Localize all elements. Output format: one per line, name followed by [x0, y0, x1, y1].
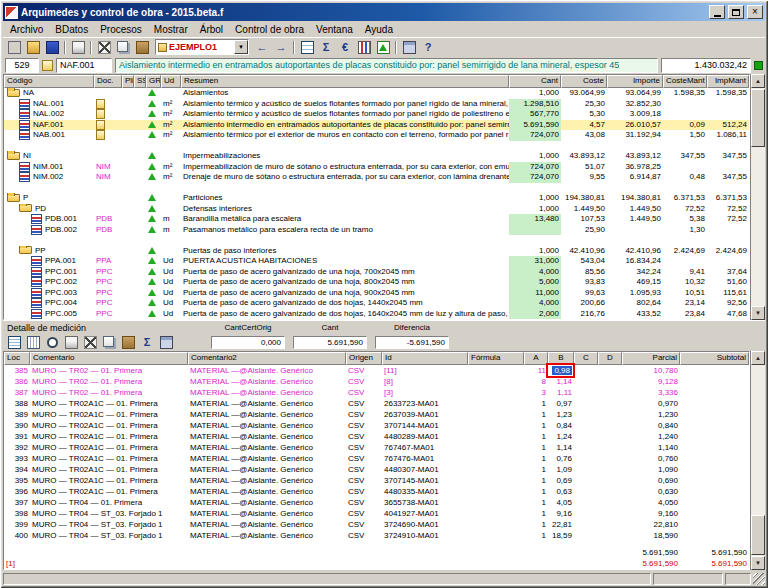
cell-ud[interactable]: Ud [161, 298, 181, 309]
cell-pli[interactable] [122, 277, 134, 288]
cell-doc[interactable]: PPC [94, 298, 122, 309]
cell-coste[interactable]: 42.410,96 [561, 246, 607, 257]
cell-resumen[interactable]: Puertas de paso interiores [181, 246, 509, 257]
cell-parcial[interactable]: 1,240 [622, 431, 680, 442]
cell-impmant[interactable]: 92,56 [707, 298, 749, 309]
cell-formula[interactable] [468, 464, 524, 475]
cell-gr[interactable] [146, 277, 161, 288]
cell-loc[interactable]: 387 [4, 387, 30, 398]
cell-b[interactable]: 0,98 [548, 365, 574, 376]
cell-parcial[interactable]: 9,160 [622, 508, 680, 519]
cell-formula[interactable] [468, 530, 524, 541]
cell-b[interactable]: 1,09 [548, 464, 574, 475]
cell-ss[interactable] [134, 214, 146, 225]
cell-doc[interactable]: PPA [94, 256, 122, 267]
cell-comentario[interactable]: MURO — TR02 — 01. Primera [30, 365, 188, 376]
measure-row[interactable]: 398MURO — TR04 — ST_03. Forjado 1MATERIA… [4, 508, 749, 519]
cell-origen[interactable]: CSV [346, 376, 382, 387]
cell-gr[interactable] [146, 225, 161, 236]
cell-id[interactable]: 3707144-MA01 [382, 420, 468, 431]
cell-coste[interactable]: 194.380,81 [561, 193, 607, 204]
scrollbar-thumb[interactable] [751, 89, 765, 147]
measure-row[interactable]: 390MURO — TR02A1C — 01. PrimeraMATERIAL … [4, 420, 749, 431]
minimize-button[interactable] [709, 5, 725, 19]
cell-formula[interactable] [468, 497, 524, 508]
column-header-impmant[interactable]: ImpMant [707, 75, 749, 88]
cell-formula[interactable] [468, 442, 524, 453]
cell-resumen[interactable]: Puerta de paso de acero galvanizado de u… [181, 288, 509, 299]
cell-c[interactable] [574, 508, 598, 519]
scroll-down-icon[interactable]: ▼ [751, 556, 765, 570]
cell-gr[interactable] [146, 256, 161, 267]
cell-gr[interactable] [146, 214, 161, 225]
cell-codigo[interactable]: NAL.001 [4, 99, 94, 110]
cell-resumen[interactable]: Drenaje de muro de sótano o estructura e… [181, 172, 509, 183]
budget-row[interactable]: PDB.001PDBmBarandilla metálica para esca… [4, 214, 749, 225]
maximize-button[interactable] [728, 5, 744, 19]
cell-loc[interactable]: 398 [4, 508, 30, 519]
cell-codigo[interactable]: PD [4, 204, 94, 215]
cell-ss[interactable] [134, 172, 146, 183]
cell-gr[interactable] [146, 99, 161, 110]
cell-origen[interactable]: CSV [346, 464, 382, 475]
chevron-down-icon[interactable]: ▼ [234, 40, 248, 54]
cell-c[interactable] [574, 519, 598, 530]
cell-subtotal[interactable] [680, 365, 749, 376]
cell-comentario[interactable]: MURO — TR04 — ST_03. Forjado 1 [30, 519, 188, 530]
cell-coste[interactable]: 93,83 [561, 277, 607, 288]
cell-codigo[interactable]: PPC.005 [4, 309, 94, 320]
cell-comentario[interactable]: MURO — TR02A1C — 01. Primera [30, 486, 188, 497]
cell-loc[interactable]: 389 [4, 409, 30, 420]
cell-comentario2[interactable]: MATERIAL —@Aislante. Genérico [188, 409, 346, 420]
measure-row[interactable]: 396MURO — TR02A1C — 01. PrimeraMATERIAL … [4, 486, 749, 497]
cell-subtotal[interactable] [680, 376, 749, 387]
budget-row[interactable]: PPA.001PPAUdPUERTA ACUSTICA HABITACIONES… [4, 256, 749, 267]
cell-ud[interactable]: m² [161, 120, 181, 131]
cell-d[interactable] [598, 486, 622, 497]
cell-pli[interactable] [122, 225, 134, 236]
cell-b[interactable]: 0,63 [548, 486, 574, 497]
budget-row[interactable]: PPC.003PPCUdPuerta de paso de acero galv… [4, 288, 749, 299]
measure-row[interactable]: 388MURO — TR02A1C — 01. PrimeraMATERIAL … [4, 398, 749, 409]
cell-codigo[interactable]: NAL.002 [4, 109, 94, 120]
column-header-b[interactable]: B [548, 352, 574, 365]
cell-resumen[interactable]: Impermeabilización de muro de sótano o e… [181, 162, 509, 173]
measure-row[interactable]: 400MURO — TR04 — ST_03. Forjado 1MATERIA… [4, 530, 749, 541]
cell-id[interactable]: 4480335-MA01 [382, 486, 468, 497]
cell-impmant[interactable]: 2.424,69 [707, 246, 749, 257]
cell-a[interactable]: 1 [524, 475, 548, 486]
cell-costemant[interactable]: 0,48 [663, 172, 707, 183]
cell-impmant[interactable]: 347,55 [707, 151, 749, 162]
cell-costemant[interactable] [663, 99, 707, 110]
column-header-origen[interactable]: Origen [346, 352, 382, 365]
cell-codigo[interactable]: PPC.001 [4, 267, 94, 278]
cell-parcial[interactable]: 3,336 [622, 387, 680, 398]
cell-a[interactable]: 11 [524, 365, 548, 376]
euro-icon[interactable]: € [336, 39, 354, 56]
cell-importe[interactable]: 469,15 [607, 277, 663, 288]
cell-cant[interactable]: 1,000 [509, 193, 561, 204]
cell-costemant[interactable]: 0,09 [663, 120, 707, 131]
cell-a[interactable]: 8 [524, 376, 548, 387]
budget-row[interactable]: PPC.002PPCUdPuerta de paso de acero galv… [4, 277, 749, 288]
cell-ss[interactable] [134, 99, 146, 110]
cell-comentario2[interactable]: MATERIAL —@Aislante. Genérico [188, 519, 346, 530]
cell-importe[interactable]: 16.834,24 [607, 256, 663, 267]
title-bar[interactable]: Arquimedes y control de obra - 2015.beta… [3, 3, 765, 21]
cell-d[interactable] [598, 508, 622, 519]
cell-resumen[interactable]: Aislamientos [181, 88, 509, 99]
menu-item-archivo[interactable]: Archivo [4, 23, 49, 36]
cell-comentario[interactable]: MURO — TR02A1C — 01. Primera [30, 475, 188, 486]
cell-comentario2[interactable]: MATERIAL —@Aislante. Genérico [188, 420, 346, 431]
cell-cant[interactable]: 4,000 [509, 298, 561, 309]
cell-impmant[interactable]: 72,52 [707, 214, 749, 225]
cell-ud[interactable]: m [161, 214, 181, 225]
cell-c[interactable] [574, 409, 598, 420]
cell-d[interactable] [598, 497, 622, 508]
cell-loc[interactable]: 399 [4, 519, 30, 530]
cell-coste[interactable]: 25,90 [561, 225, 607, 236]
concept-description-field[interactable]: Aislamiento intermedio en entramados aut… [115, 58, 658, 73]
cell-d[interactable] [598, 442, 622, 453]
cell-costemant[interactable]: 5,38 [663, 214, 707, 225]
cell-subtotal[interactable] [680, 508, 749, 519]
